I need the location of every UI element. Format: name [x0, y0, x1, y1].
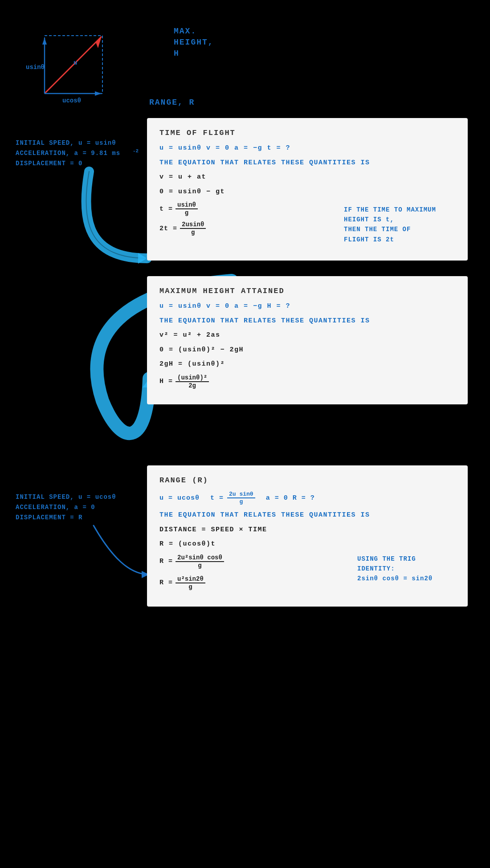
mh-eq-intro: THE EQUATION THAT RELATES THESE QUANTITI…: [159, 316, 455, 326]
mh-title: MAXIMUM HEIGHT ATTAINED: [159, 287, 455, 295]
range-given-u: u = ucosθ: [159, 494, 200, 502]
svg-text:INITIAL  SPEED,  u = usinθ: INITIAL SPEED, u = usinθ: [16, 139, 116, 147]
range-t-fraction: 2u sinθ g: [227, 491, 255, 505]
range-note-line1: USING THE TRIG: [357, 555, 416, 562]
range-given-row: u = ucosθ t = 2u sinθ g a = 0 R = ?: [159, 491, 455, 505]
range-eq3-fraction: 2u²sinθ cosθ g: [176, 554, 224, 569]
svg-text:ACCELERATION,  a = 9.81 ms: ACCELERATION, a = 9.81 ms: [16, 150, 120, 157]
range-t-den: g: [237, 498, 245, 505]
range-given-t-label: t =: [210, 494, 224, 502]
svg-text:INITIAL  SPEED,  u = ucosθ: INITIAL SPEED, u = ucosθ: [16, 493, 116, 501]
svg-text:DISPLACEMENT = R: DISPLACEMENT = R: [16, 514, 82, 521]
mh-eq3: 2gH = (usinθ)²: [159, 359, 455, 370]
mh-eq4: H = (usinθ)² 2g: [159, 374, 455, 389]
range-eq4-label: R =: [159, 579, 173, 587]
tof-eq4-num: 2usinθ: [180, 221, 206, 229]
svg-text:-2: -2: [133, 148, 139, 154]
range-note-line2: IDENTITY:: [357, 565, 395, 572]
range-eq3-num: 2u²sinθ cosθ: [176, 554, 224, 562]
mh-eq2: 0 = (usinθ)² − 2gH: [159, 345, 455, 355]
svg-text:RANGE, R: RANGE, R: [149, 98, 195, 107]
tof-eq4-den: g: [189, 229, 196, 236]
tof-title: TIME OF FLIGHT: [159, 129, 455, 137]
range-eq4: R = u²sin2θ g: [159, 575, 348, 591]
tof-eq2: 0 = usinθ − gt: [159, 187, 335, 197]
range-eq3-row: R = 2u²sinθ cosθ g R = u²sin2θ g USING: [159, 554, 455, 591]
svg-text:H: H: [174, 49, 180, 58]
time-of-flight-box: TIME OF FLIGHT u = usinθ v = 0 a = −g t …: [147, 118, 468, 261]
tof-eq-intro: THE EQUATION THAT RELATES THESE QUANTITI…: [159, 158, 455, 168]
mh-eq4-label: H =: [159, 378, 173, 385]
svg-text:ucosθ: ucosθ: [62, 97, 81, 104]
tof-eq3-fraction: usinθ g: [176, 201, 198, 216]
range-eq4-num: u²sin2θ: [176, 575, 205, 583]
tof-eq3: t = usinθ g: [159, 201, 335, 216]
tof-eq3-label: t =: [159, 205, 173, 213]
tof-given: u = usinθ v = 0 a = −g t = ?: [159, 143, 455, 154]
svg-line-1: [45, 37, 102, 94]
range-eq3-main: R = 2u²sinθ cosθ g R = u²sin2θ g: [159, 554, 348, 591]
range-note-line3: 2sinθ cosθ = sin2θ: [357, 575, 433, 582]
range-eq3: R = 2u²sinθ cosθ g: [159, 554, 348, 569]
range-eq3-den: g: [196, 562, 203, 569]
tof-eq4-label: 2t =: [159, 225, 177, 232]
range-eq4-den: g: [187, 583, 194, 591]
svg-marker-18: [138, 253, 147, 264]
range-eq2: R = (ucosθ)t: [159, 539, 455, 550]
svg-text:u: u: [74, 59, 77, 66]
mh-eq4-den: 2g: [187, 382, 198, 389]
range-eq4-fraction: u²sin2θ g: [176, 575, 205, 591]
range-box: RANGE (R) u = ucosθ t = 2u sinθ g a = 0 …: [147, 465, 468, 607]
mh-given: u = usinθ v = 0 a = −g H = ?: [159, 302, 455, 312]
range-eq-intro: THE EQUATION THAT RELATES THESE QUANTITI…: [159, 510, 455, 521]
svg-marker-4: [42, 38, 47, 45]
tof-eq3-den: g: [183, 209, 190, 216]
range-t-num: 2u sinθ: [227, 491, 255, 498]
svg-marker-6: [95, 91, 102, 96]
svg-text:usinθ: usinθ: [26, 64, 45, 71]
svg-marker-2: [96, 37, 102, 48]
tof-eq3-num: usinθ: [176, 201, 198, 209]
range-note: USING THE TRIG IDENTITY: 2sinθ cosθ = si…: [357, 554, 455, 584]
tof-note: IF THE TIME TO MAXIMUM HEIGHT IS t, THEN…: [344, 205, 455, 245]
tof-eq2-row: 0 = usinθ − gt t = usinθ g 2t = 2usinθ g: [159, 187, 455, 245]
range-note-text: USING THE TRIG IDENTITY: 2sinθ cosθ = si…: [357, 554, 455, 584]
mh-eq1: v² = u² + 2as: [159, 330, 455, 341]
tof-eq4-fraction: 2usinθ g: [180, 221, 206, 236]
svg-text:MAX.: MAX.: [174, 27, 196, 36]
svg-rect-0: [45, 36, 102, 94]
range-given-rest: a = 0 R = ?: [266, 494, 315, 502]
tof-eq4: 2t = 2usinθ g: [159, 221, 335, 236]
max-height-box: MAXIMUM HEIGHT ATTAINED u = usinθ v = 0 …: [147, 276, 468, 404]
svg-text:ACCELERATION,  a = 0: ACCELERATION, a = 0: [16, 504, 95, 511]
tof-eq1: v = u + at: [159, 172, 455, 183]
page-container: usinθ ucosθ u MAX. HEIGHT, H RANGE, R IN…: [0, 0, 490, 868]
tof-eq2-main: 0 = usinθ − gt t = usinθ g 2t = 2usinθ g: [159, 187, 335, 236]
mh-eq4-fraction: (usinθ)² 2g: [176, 374, 209, 389]
svg-text:DISPLACEMENT = 0: DISPLACEMENT = 0: [16, 160, 82, 167]
mh-eq4-num: (usinθ)²: [176, 374, 209, 382]
svg-text:HEIGHT,: HEIGHT,: [174, 38, 214, 47]
range-eq3-label: R =: [159, 558, 173, 565]
range-title: RANGE (R): [159, 476, 455, 485]
range-eq1: DISTANCE = SPEED × TIME: [159, 525, 455, 535]
